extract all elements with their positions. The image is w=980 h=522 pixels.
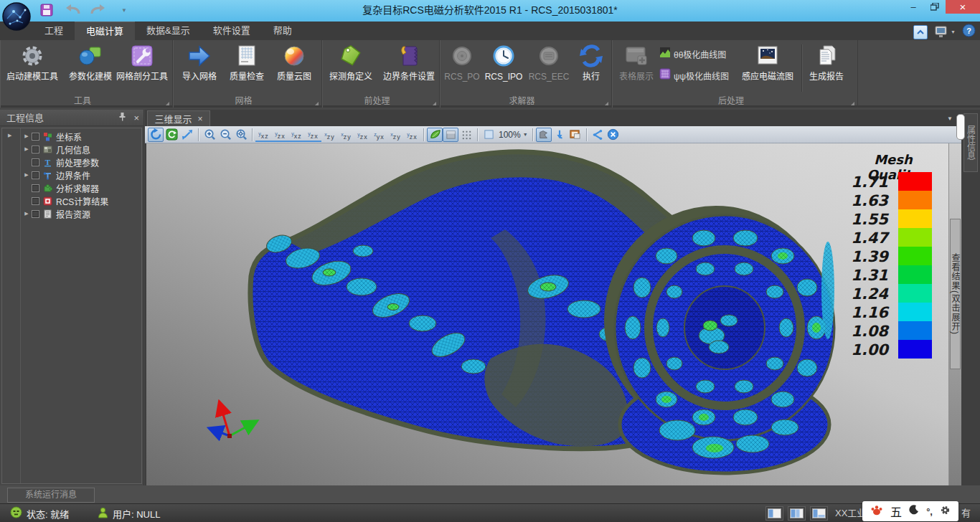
system-messages-tab[interactable]: 系统运行消息 xyxy=(7,488,95,503)
view-iso3-icon[interactable]: xzy xyxy=(387,128,404,142)
view-xz2-icon[interactable]: yxz xyxy=(288,128,305,142)
close-button[interactable]: × xyxy=(946,0,980,14)
tree-checkbox[interactable] xyxy=(32,158,39,166)
panel-close-icon[interactable]: × xyxy=(133,113,139,123)
quality-contour-button[interactable]: 质量云图 xyxy=(272,42,316,89)
layout-bottom-panel-button[interactable] xyxy=(810,506,828,521)
view-xz-icon[interactable]: yxz xyxy=(255,128,272,142)
restore-button[interactable] xyxy=(924,0,946,14)
tree-checkbox[interactable] xyxy=(32,133,39,141)
zoom-level-value: 100% xyxy=(499,130,521,140)
induced-current-map-button[interactable]: 感应电磁流图 xyxy=(740,42,796,89)
ime-settings-gear-icon[interactable] xyxy=(940,505,951,518)
legend-value: 1.55 xyxy=(829,211,888,228)
tree-item-coordinate-system[interactable]: ▶ 坐标系 xyxy=(22,130,141,143)
view-zx-icon[interactable]: yzx xyxy=(272,128,288,142)
gutter-arrow-icon[interactable]: ▶ xyxy=(8,133,11,138)
splitter-grip[interactable] xyxy=(956,114,965,140)
execute-button[interactable]: 执行 xyxy=(575,42,608,89)
group-expand-icon[interactable] xyxy=(851,102,854,105)
pin-icon[interactable] xyxy=(118,110,126,126)
collapse-ribbon-button[interactable] xyxy=(913,25,928,39)
theta-polarization-curve-button[interactable]: θθ极化曲线图 xyxy=(659,44,744,63)
ime-mode-label[interactable]: 五 xyxy=(890,503,902,520)
boundary-settings-button[interactable]: 边界条件设置 xyxy=(380,42,438,89)
pan-zoom-icon[interactable] xyxy=(179,128,195,142)
zoom-in-icon[interactable] xyxy=(202,128,217,142)
tree-checkbox[interactable] xyxy=(32,197,39,205)
ime-moon-icon[interactable] xyxy=(909,505,919,518)
undo-icon[interactable] xyxy=(65,2,80,18)
help-icon[interactable]: ? xyxy=(962,24,976,40)
flat-shading-icon[interactable] xyxy=(443,128,458,142)
meshing-tool-button[interactable]: 网格剖分工具 xyxy=(113,42,171,89)
expander-icon[interactable]: ▶ xyxy=(22,211,32,217)
menu-tab-help[interactable]: 帮助 xyxy=(262,22,303,40)
tab-3d-display[interactable]: 三维显示 × xyxy=(147,110,210,126)
import-mesh-button[interactable]: 导入网格 xyxy=(177,42,222,89)
clear-view-icon[interactable] xyxy=(606,128,621,142)
view-iso1-icon[interactable]: yzx xyxy=(354,128,371,142)
menu-tab-project[interactable]: 工程 xyxy=(33,22,75,40)
expander-icon[interactable]: ▶ xyxy=(22,146,32,152)
launch-modeler-button[interactable]: 启动建模工具 xyxy=(1,42,63,89)
tree-checkbox[interactable] xyxy=(32,171,39,179)
group-expand-icon[interactable] xyxy=(433,102,436,105)
zoom-dropdown-icon[interactable]: ▼ xyxy=(523,132,528,137)
redo-icon[interactable] xyxy=(90,2,106,18)
tree-item-analysis-solver[interactable]: 分析求解器 xyxy=(22,181,141,194)
tree-item-preprocess-params[interactable]: T 前处理参数 xyxy=(22,156,141,169)
rotate-tool-icon[interactable] xyxy=(148,128,164,142)
flow-lines-icon[interactable] xyxy=(590,128,606,142)
import-view-icon[interactable] xyxy=(552,128,567,142)
tree-item-report-resources[interactable]: ▶ 报告资源 xyxy=(22,207,141,220)
shaded-leaf-icon[interactable] xyxy=(427,128,443,142)
tree-checkbox[interactable] xyxy=(32,146,39,153)
parametric-modeling-button[interactable]: 参数化建模 xyxy=(65,42,116,89)
generate-report-button[interactable]: 生成报告 xyxy=(804,42,849,89)
wireframe-icon[interactable] xyxy=(458,128,474,142)
capture-window-icon[interactable] xyxy=(567,128,583,142)
tabstrip-dropdown-icon[interactable]: ▼ xyxy=(947,115,953,122)
view-iso4-icon[interactable]: yzx xyxy=(404,128,420,142)
select-region-icon[interactable] xyxy=(536,128,552,142)
quick-access-dropdown-icon[interactable]: ▼ xyxy=(116,2,132,18)
minimize-button[interactable]: – xyxy=(903,0,924,14)
layout-left-panel-button[interactable] xyxy=(765,506,783,521)
orbit-refresh-icon[interactable] xyxy=(164,128,179,142)
tree-item-boundary-conditions[interactable]: ▶ 边界条件 xyxy=(22,169,141,181)
menu-tab-settings[interactable]: 软件设置 xyxy=(202,22,262,40)
viewport-3d-canvas[interactable]: Mesh Quality 1.71 1.63 1.55 1.47 1.39 1.… xyxy=(146,143,948,485)
quality-check-button[interactable]: 质量检查 xyxy=(225,42,269,89)
group-expand-icon[interactable] xyxy=(315,102,319,105)
detect-angle-button[interactable]: 探测角定义 xyxy=(324,42,378,89)
psi-polarization-curve-button[interactable]: ψψ极化曲线图 xyxy=(659,66,744,85)
zoom-out-icon[interactable] xyxy=(217,128,233,142)
group-expand-icon[interactable] xyxy=(166,102,169,105)
display-mode-icon[interactable]: ▼ xyxy=(934,26,956,39)
tree-checkbox[interactable] xyxy=(32,210,39,218)
tree-item-rcs-results[interactable]: RCS计算结果 xyxy=(22,194,141,207)
save-icon[interactable] xyxy=(39,2,55,18)
expander-icon[interactable]: ▶ xyxy=(22,172,32,178)
application-window: ▼ 复杂目标RCS电磁分析软件2015 R1 - RCS_2015031801*… xyxy=(0,0,980,522)
menu-tab-data-display[interactable]: 数据&显示 xyxy=(135,22,202,40)
properties-tab[interactable]: 属性信息 xyxy=(963,113,978,172)
tab-close-icon[interactable]: × xyxy=(198,114,203,124)
layout-two-panel-button[interactable] xyxy=(788,506,806,521)
legend-value: 1.24 xyxy=(829,285,888,303)
expander-icon[interactable]: ▶ xyxy=(22,133,32,139)
view-iso2-icon[interactable]: zyx xyxy=(371,128,387,142)
menu-tab-em-compute[interactable]: 电磁计算 xyxy=(75,22,135,40)
view-zy2-icon[interactable]: xzy xyxy=(338,128,354,142)
view-results-tab[interactable]: 查看结果(双击展开) xyxy=(950,219,961,369)
tree-checkbox[interactable] xyxy=(32,184,39,192)
solver-rcs-ipo-button[interactable]: RCS_IPO xyxy=(483,42,524,89)
view-zx2-icon[interactable]: yzx xyxy=(305,128,321,142)
tree-item-geometry-info[interactable]: ▶ 几何信息 xyxy=(22,143,141,156)
view-zy-icon[interactable]: xzy xyxy=(321,128,338,142)
ime-punctuation-icon[interactable]: °, xyxy=(926,506,933,517)
group-expand-icon[interactable] xyxy=(605,102,608,105)
ime-logo-paw-icon[interactable] xyxy=(870,504,883,518)
zoom-fit-icon[interactable] xyxy=(233,128,249,142)
